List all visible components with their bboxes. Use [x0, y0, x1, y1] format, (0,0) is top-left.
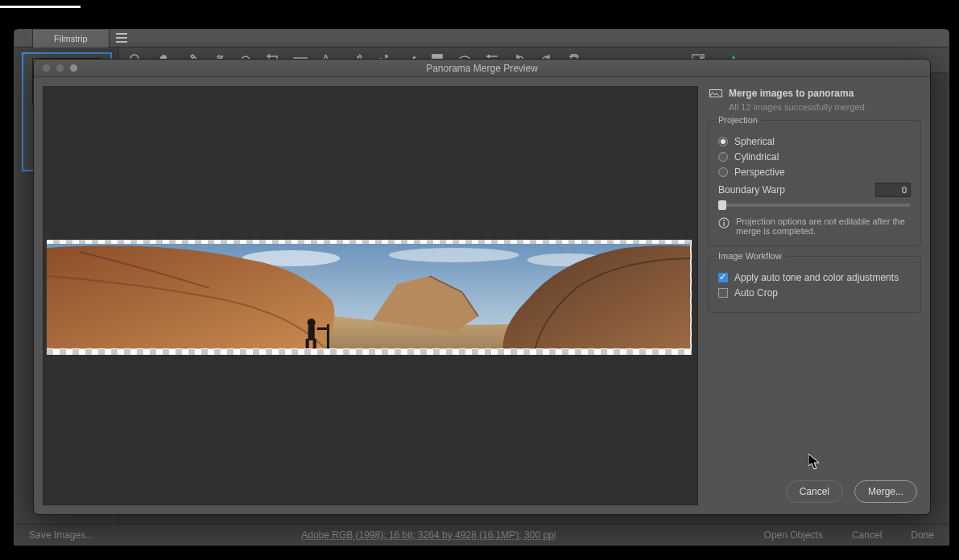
- svg-rect-32: [313, 339, 316, 348]
- svg-point-5: [221, 56, 223, 57]
- boundary-warp-slider[interactable]: [718, 204, 911, 207]
- radio-icon: [718, 167, 728, 177]
- panorama-preview-pane[interactable]: [43, 86, 698, 505]
- merge-status-text: All 12 images successfully merged.: [729, 102, 921, 112]
- projection-group: Projection Spherical Cylindrical Perspec…: [708, 120, 921, 246]
- open-objects-button[interactable]: Open Objects: [764, 529, 823, 541]
- svg-point-27: [389, 248, 519, 262]
- svg-point-13: [358, 56, 359, 57]
- info-icon: [718, 217, 730, 229]
- workflow-title: Image Workflow: [715, 251, 785, 261]
- projection-cylindrical[interactable]: Cylindrical: [718, 151, 911, 163]
- radio-label: Spherical: [734, 136, 775, 147]
- svg-point-21: [488, 55, 490, 57]
- checkbox-icon: [718, 273, 728, 282]
- svg-point-29: [308, 319, 316, 327]
- svg-rect-33: [317, 327, 329, 330]
- top-indicator-bar: [0, 6, 81, 8]
- checkbox-icon: [718, 288, 728, 298]
- projection-note: Projection options are not editable afte…: [736, 216, 911, 236]
- svg-rect-2: [116, 41, 127, 43]
- save-images-button[interactable]: Save Images...: [29, 529, 93, 541]
- merge-header: Merge images to panorama: [729, 88, 854, 99]
- window-max-dot[interactable]: [69, 64, 78, 72]
- app-cancel-button[interactable]: Cancel: [852, 529, 882, 541]
- panorama-merge-dialog: Panorama Merge Preview: [33, 59, 931, 515]
- panorama-icon: [709, 88, 722, 99]
- panorama-image: [47, 244, 690, 348]
- dialog-title: Panorama Merge Preview: [426, 63, 538, 74]
- projection-title: Projection: [715, 115, 761, 125]
- svg-rect-30: [308, 326, 315, 340]
- slider-thumb[interactable]: [718, 200, 726, 210]
- svg-rect-31: [306, 339, 309, 348]
- workflow-group: Image Workflow Apply auto tone and color…: [708, 256, 921, 313]
- merge-button[interactable]: Merge...: [854, 480, 917, 503]
- auto-tone-checkbox[interactable]: Apply auto tone and color adjustments: [718, 272, 911, 283]
- filmstrip-menu-icon[interactable]: [115, 31, 131, 44]
- filmstrip-tab[interactable]: Filmstrip: [32, 30, 110, 47]
- projection-spherical[interactable]: Spherical: [718, 136, 911, 147]
- options-panel: Merge images to panorama All 12 images s…: [708, 86, 921, 505]
- svg-point-37: [723, 220, 725, 221]
- svg-rect-38: [723, 222, 725, 226]
- boundary-warp-label: Boundary Warp: [718, 184, 785, 196]
- radio-icon: [718, 137, 728, 146]
- cancel-button[interactable]: Cancel: [786, 480, 843, 503]
- checkbox-label: Auto Crop: [734, 287, 778, 299]
- projection-perspective[interactable]: Perspective: [718, 167, 911, 178]
- app-done-button[interactable]: Done: [911, 529, 934, 541]
- boundary-warp-input[interactable]: [875, 183, 911, 197]
- panel-tabbar: Filmstrip: [14, 30, 949, 47]
- radio-label: Perspective: [734, 167, 785, 178]
- svg-rect-0: [116, 33, 127, 35]
- window-min-dot[interactable]: [56, 64, 64, 72]
- cursor-icon: [808, 454, 821, 470]
- svg-rect-1: [116, 37, 127, 39]
- checkbox-label: Apply auto tone and color adjustments: [734, 272, 899, 283]
- radio-label: Cylindrical: [734, 151, 779, 163]
- app-footer: Save Images... Adobe RGB (1998); 16 bit;…: [14, 524, 949, 545]
- svg-rect-34: [327, 324, 329, 348]
- window-close-dot[interactable]: [42, 64, 51, 72]
- auto-crop-checkbox[interactable]: Auto Crop: [718, 287, 911, 299]
- workflow-info-link[interactable]: Adobe RGB (1998); 16 bit; 3264 by 4928 (…: [301, 529, 556, 541]
- radio-icon: [718, 152, 728, 162]
- dialog-titlebar: Panorama Merge Preview: [34, 60, 930, 77]
